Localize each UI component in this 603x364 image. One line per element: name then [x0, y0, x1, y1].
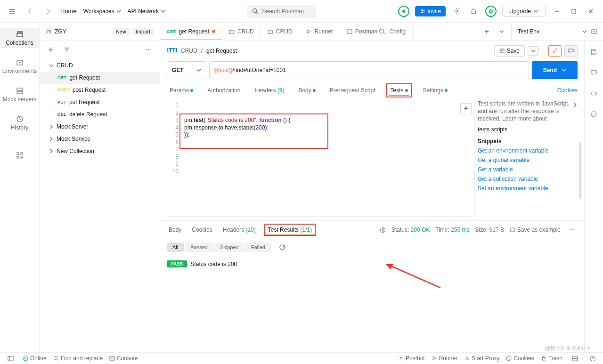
reqtab-authorization[interactable]: Authorization [204, 84, 243, 97]
save-dropdown-icon[interactable] [528, 46, 539, 56]
tab-options-icon[interactable] [496, 26, 507, 37]
tab-get-request[interactable]: GETget Request [160, 23, 222, 40]
resptab-cookies[interactable]: Cookies [190, 224, 214, 236]
globe-icon[interactable] [380, 227, 386, 233]
trash-footer[interactable]: Trash [541, 353, 562, 364]
snippet-get-collection-var[interactable]: Get a collection variable [478, 176, 578, 182]
ai-suggest-icon[interactable] [460, 103, 472, 114]
edit-icon[interactable] [548, 45, 562, 57]
tab-crud-2[interactable]: CRUD [261, 23, 300, 40]
refresh-results-icon[interactable] [277, 242, 288, 253]
reqtab-tests[interactable]: Tests [386, 83, 411, 97]
start-proxy[interactable]: Start Proxy [464, 353, 499, 364]
more-options-icon[interactable] [143, 44, 154, 56]
reqtab-params[interactable]: Params [167, 84, 196, 97]
tree-delete-request[interactable]: DELdelete Request [40, 108, 160, 121]
tree-new-collection[interactable]: New Collection [40, 145, 160, 157]
tree-post-request[interactable]: POSTpost Request [40, 84, 160, 96]
settings-icon[interactable] [451, 6, 463, 17]
tab-cli-config[interactable]: Postman CLI Config [340, 23, 413, 40]
snippet-get-env-var[interactable]: Get an environment variable [478, 147, 578, 154]
postbot[interactable]: Postbot [398, 353, 425, 364]
tree-get-request[interactable]: GETget Request [40, 72, 160, 84]
cookies-footer[interactable]: Cookies [506, 353, 534, 364]
forward-icon[interactable] [42, 6, 54, 17]
avatar-secondary[interactable] [485, 6, 497, 17]
filter-skipped[interactable]: Skipped [214, 243, 244, 252]
reqtab-body[interactable]: Body [295, 84, 318, 97]
api-network-link[interactable]: API Network [128, 8, 166, 15]
console-toggle[interactable]: Console [109, 355, 138, 362]
code-icon[interactable] [588, 88, 600, 99]
snippet-get-global-var[interactable]: Get a global variable [478, 157, 578, 163]
help-icon[interactable] [587, 353, 598, 364]
method-select[interactable]: GET [167, 61, 206, 79]
resptab-headers[interactable]: Headers (10) [221, 224, 258, 236]
upgrade-button[interactable]: Upgrade [502, 6, 546, 17]
two-pane-icon[interactable] [569, 353, 580, 364]
window-maximize-icon[interactable] [568, 6, 579, 17]
breadcrumb: HTTP CRUD / get Request [167, 47, 237, 55]
environment-selector[interactable]: Test Env [512, 23, 603, 40]
notifications-icon[interactable] [468, 6, 480, 17]
sidebar-toggle-icon[interactable] [5, 353, 16, 364]
avatar-primary[interactable] [398, 6, 409, 17]
comments-rail-icon[interactable] [588, 67, 600, 78]
tree-mock-service[interactable]: Mock Service [40, 133, 160, 145]
scrollbar[interactable] [579, 142, 581, 199]
find-replace[interactable]: Find and replace [53, 355, 103, 362]
search-box[interactable]: Search Postman [247, 5, 316, 18]
chevron-right-icon[interactable] [573, 103, 578, 107]
breadcrumb-parent[interactable]: CRUD [181, 48, 197, 54]
filter-passed[interactable]: Passed [185, 243, 213, 252]
tree-put-request[interactable]: PUTput Request [40, 96, 160, 108]
reqtab-headers[interactable]: Headers (9) [252, 84, 287, 97]
snippet-set-env-var[interactable]: Set an environment variable [478, 185, 578, 192]
tree-mock-server[interactable]: Mock Server [40, 121, 160, 133]
url-input[interactable]: {{host}}/findPutOne?id=1001 [209, 61, 529, 79]
resptab-test-results[interactable]: Test Results (1/1) [264, 224, 316, 236]
invite-button[interactable]: Invite [415, 6, 446, 16]
rail-collections[interactable]: Collections [0, 28, 39, 48]
send-button[interactable]: Send [532, 61, 578, 79]
rail-configure[interactable] [0, 150, 39, 161]
save-button[interactable]: Save [494, 45, 525, 57]
import-button[interactable]: Import [132, 28, 154, 35]
runner-footer[interactable]: Runner [432, 353, 457, 364]
filter-all[interactable]: All [167, 243, 184, 252]
info-icon[interactable] [588, 108, 600, 120]
response-more-icon[interactable] [566, 224, 578, 235]
snippet-get-var[interactable]: Get a variable [478, 166, 578, 173]
comments-icon[interactable] [564, 45, 578, 57]
tab-runner[interactable]: Runner [299, 23, 340, 40]
tab-crud-1[interactable]: CRUD [222, 23, 261, 40]
resptab-body[interactable]: Body [167, 224, 183, 236]
svg-point-36 [509, 359, 510, 360]
cookies-link[interactable]: Cookies [557, 87, 578, 94]
back-icon[interactable] [24, 6, 36, 17]
save-as-example[interactable]: Save as example [510, 226, 561, 233]
editor-code[interactable]: pm.test("Status code is 200", function (… [181, 100, 474, 216]
window-minimize-icon[interactable] [551, 6, 562, 17]
workspace-name[interactable]: ZGY [45, 28, 66, 35]
new-button[interactable]: New [112, 28, 130, 35]
filter-failed[interactable]: Failed [245, 243, 271, 252]
hamburger-icon[interactable] [7, 6, 18, 17]
rail-environments[interactable]: Environments [0, 57, 39, 76]
window-close-icon[interactable] [585, 6, 596, 17]
filter-icon[interactable] [61, 44, 73, 56]
snippets-learn-link[interactable]: tests scripts [478, 126, 578, 133]
reqtab-prerequest[interactable]: Pre-request Script [327, 84, 378, 97]
tests-editor[interactable]: 12345678910 pm.test("Status code is 200"… [167, 100, 475, 217]
rail-mock-servers[interactable]: Mock servers [0, 85, 39, 105]
docs-icon[interactable] [588, 46, 600, 57]
online-status[interactable]: Online [23, 355, 47, 362]
workspaces-link[interactable]: Workspaces [83, 8, 121, 15]
new-tab-icon[interactable] [481, 26, 492, 37]
tree-crud[interactable]: CRUD [40, 59, 160, 72]
reqtab-settings[interactable]: Settings [420, 84, 450, 97]
rail-history[interactable]: History [0, 113, 39, 133]
add-collection-icon[interactable] [45, 44, 57, 56]
home-link[interactable]: Home [60, 8, 77, 15]
env-quicklook-icon[interactable] [591, 28, 597, 35]
